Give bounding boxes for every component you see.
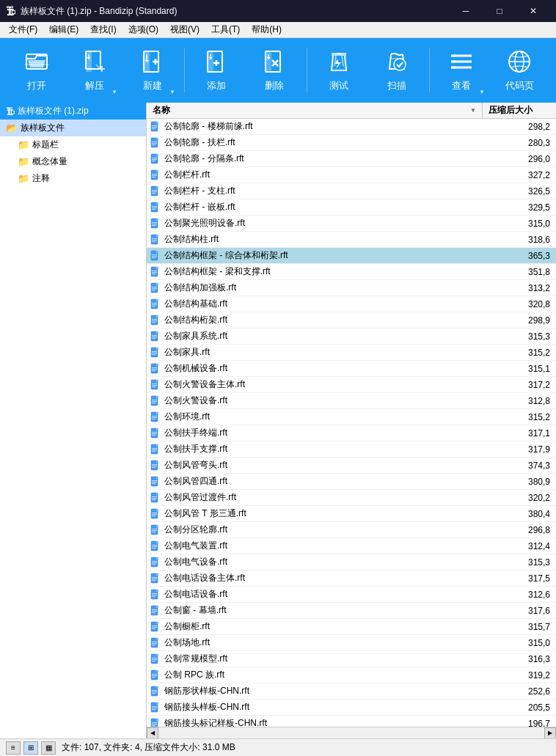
- file-row[interactable]: 公制风管过渡件.rft320,2: [147, 490, 556, 506]
- file-name-text: 公制环境.rft: [164, 411, 210, 423]
- file-name-text: 公制轮廓 - 扶栏.rft: [164, 136, 235, 149]
- svg-rect-102: [152, 351, 157, 352]
- column-size[interactable]: 压缩后大小: [483, 103, 556, 118]
- file-name-text: 公制栏杆 - 嵌板.rft: [164, 201, 235, 213]
- menu-help[interactable]: 帮助(H): [246, 22, 288, 37]
- file-row[interactable]: 公制机械设备.rft315,1: [147, 361, 556, 377]
- file-row[interactable]: 公制电气设备.rft315,3: [147, 554, 556, 570]
- file-row[interactable]: 公制轮廓 - 楼梯前缘.rft298,2: [147, 119, 556, 135]
- file-row[interactable]: 钢筋接头样板-CHN.rft205,5: [147, 700, 556, 716]
- svg-rect-236: [152, 709, 156, 710]
- delete-button[interactable]: 删除: [246, 41, 304, 100]
- svg-rect-65: [156, 251, 158, 253]
- svg-rect-47: [156, 202, 158, 205]
- file-row[interactable]: 公制 RPC 族.rft319,2: [147, 667, 556, 683]
- file-row[interactable]: 公制风管 T 形三通.rft380,4: [147, 506, 556, 522]
- file-row[interactable]: 公制结构柱.rft318,6: [147, 232, 556, 248]
- svg-rect-53: [156, 219, 158, 221]
- file-name-text: 公制 RPC 族.rft: [164, 669, 224, 681]
- scroll-right-button[interactable]: ▶: [544, 727, 556, 739]
- column-size-label: 压缩后大小: [489, 104, 533, 117]
- file-row[interactable]: 公制分区轮廓.rft296,8: [147, 522, 556, 538]
- delete-icon: [261, 48, 288, 75]
- file-row[interactable]: 公制结构基础.rft320,8: [147, 296, 556, 312]
- file-row[interactable]: 公制风管弯头.rft374,3: [147, 458, 556, 474]
- file-size-cell: 317,9: [483, 443, 556, 456]
- codepage-button[interactable]: 代码页: [491, 41, 549, 100]
- file-row[interactable]: 钢筋接头标记样板-CHN.rft196,7: [147, 716, 556, 727]
- file-row[interactable]: 公制常规模型.rft316,3: [147, 651, 556, 667]
- file-row[interactable]: 公制栏杆 - 支柱.rft326,5: [147, 183, 556, 199]
- rft-file-icon: [150, 589, 161, 601]
- minimize-button[interactable]: ─: [449, 0, 483, 22]
- file-row[interactable]: 公制结构框架 - 梁和支撑.rft351,8: [147, 264, 556, 280]
- file-row[interactable]: 公制火警设备.rft312,8: [147, 393, 556, 409]
- status-detail-view[interactable]: ⊞: [23, 741, 38, 755]
- rft-file-icon: [150, 363, 161, 375]
- file-row[interactable]: 公制电气装置.rft312,4: [147, 538, 556, 554]
- svg-rect-104: [152, 354, 156, 355]
- scroll-track[interactable]: [158, 727, 544, 739]
- file-row[interactable]: 公制扶手终端.rft317,1: [147, 425, 556, 441]
- menu-options[interactable]: 选项(O): [122, 22, 164, 37]
- file-row[interactable]: 公制聚光照明设备.rft315,0: [147, 216, 556, 232]
- view-button[interactable]: 查看 ▼: [433, 41, 491, 100]
- file-name-cell: 公制栏杆 - 嵌板.rft: [147, 199, 483, 215]
- file-row[interactable]: 公制扶手支撑.rft317,9: [147, 441, 556, 458]
- menu-find[interactable]: 查找(I): [84, 22, 122, 37]
- column-name[interactable]: 名称 ▼: [147, 103, 483, 118]
- rft-file-icon: [150, 266, 161, 278]
- file-row[interactable]: 公制结构框架 - 综合体和桁架.rft365,3: [147, 248, 556, 264]
- file-row[interactable]: 公制结构桁架.rft298,9: [147, 312, 556, 329]
- file-row[interactable]: 公制电话设备.rft312,6: [147, 587, 556, 603]
- open-button[interactable]: 打开: [7, 41, 65, 100]
- svg-rect-85: [152, 304, 157, 305]
- tree-item-annotation[interactable]: 📁 注释: [12, 170, 146, 187]
- add-button[interactable]: 添加: [188, 41, 246, 100]
- file-name-text: 公制风管四通.rft: [164, 475, 227, 488]
- horizontal-scrollbar[interactable]: ◀ ▶: [147, 727, 556, 738]
- scroll-left-button[interactable]: ◀: [147, 727, 158, 739]
- svg-rect-72: [152, 271, 157, 271]
- file-list[interactable]: 公制轮廓 - 楼梯前缘.rft298,2 公制轮廓 - 扶栏.rft280,3 …: [147, 119, 556, 727]
- menu-view[interactable]: 视图(V): [164, 22, 205, 37]
- file-row[interactable]: 公制栏杆 - 嵌板.rft329,5: [147, 199, 556, 216]
- svg-rect-128: [152, 419, 156, 419]
- maximize-button[interactable]: □: [483, 0, 516, 22]
- file-row[interactable]: 公制风管四通.rft380,9: [147, 474, 556, 490]
- scan-button[interactable]: 扫描: [368, 41, 426, 100]
- file-row[interactable]: 钢筋形状样板-CHN.rft252,6: [147, 683, 556, 700]
- file-row[interactable]: 公制电话设备主体.rft317,5: [147, 570, 556, 587]
- file-row[interactable]: 公制家具.rft315,2: [147, 345, 556, 361]
- menu-tools[interactable]: 工具(T): [205, 22, 246, 37]
- svg-rect-37: [152, 175, 157, 176]
- file-row[interactable]: 公制轮廓 - 分隔条.rft296,0: [147, 151, 556, 167]
- file-name-text: 公制分区轮廓.rft: [164, 524, 227, 536]
- status-list-view[interactable]: ≡: [6, 741, 21, 755]
- file-row[interactable]: 公制环境.rft315,2: [147, 409, 556, 425]
- tree-item-root[interactable]: 📂 族样板文件: [0, 120, 146, 136]
- tree-item-titlebar[interactable]: 📁 标题栏: [12, 136, 146, 153]
- file-row[interactable]: 公制家具系统.rft315,3: [147, 329, 556, 345]
- file-row[interactable]: 公制场地.rft315,0: [147, 635, 556, 651]
- tree-item-concept[interactable]: 📁 概念体量: [12, 153, 146, 170]
- file-row[interactable]: 公制火警设备主体.rft317,2: [147, 377, 556, 393]
- menu-file[interactable]: 文件(F): [3, 22, 43, 37]
- status-icon-view[interactable]: ▦: [41, 741, 56, 755]
- menu-edit[interactable]: 编辑(E): [43, 22, 84, 37]
- file-row[interactable]: 公制轮廓 - 扶栏.rft280,3: [147, 135, 556, 151]
- svg-rect-179: [156, 557, 158, 559]
- file-row[interactable]: 公制橱柜.rft315,7: [147, 619, 556, 635]
- file-row[interactable]: 公制栏杆.rft327,2: [147, 167, 556, 183]
- rft-file-icon: [150, 427, 161, 439]
- rft-file-icon: [150, 669, 161, 681]
- new-button[interactable]: 新建 ▼: [123, 41, 181, 100]
- file-row[interactable]: 公制结构加强板.rft313,2: [147, 280, 556, 296]
- test-button[interactable]: 测试: [310, 41, 368, 100]
- close-button[interactable]: ✕: [516, 0, 550, 22]
- extract-button[interactable]: 解压 ▼: [65, 41, 123, 100]
- file-row[interactable]: 公制窗 - 幕墙.rft317,6: [147, 603, 556, 619]
- file-name-text: 公制结构框架 - 综合体和桁架.rft: [164, 249, 288, 262]
- svg-rect-127: [152, 417, 157, 418]
- svg-rect-20: [152, 128, 156, 129]
